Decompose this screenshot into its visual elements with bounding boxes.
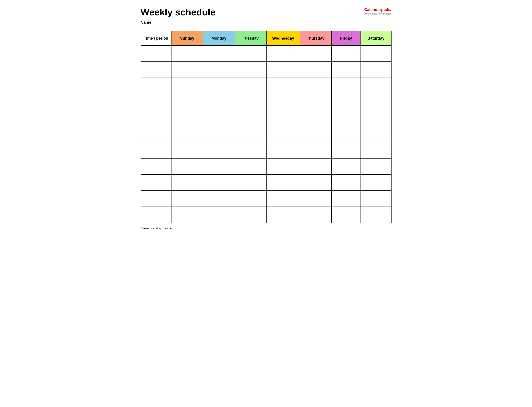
table-cell[interactable] <box>203 94 235 110</box>
table-cell[interactable] <box>235 207 267 223</box>
table-cell[interactable] <box>171 174 203 191</box>
table-cell[interactable] <box>361 110 391 126</box>
table-cell[interactable] <box>171 142 203 158</box>
table-cell[interactable] <box>300 110 331 126</box>
table-cell[interactable] <box>203 46 235 62</box>
table-cell[interactable] <box>203 207 235 223</box>
table-cell[interactable] <box>267 207 300 223</box>
table-cell[interactable] <box>331 78 361 94</box>
table-cell[interactable] <box>235 158 267 174</box>
table-cell[interactable] <box>361 174 391 191</box>
table-cell[interactable] <box>300 158 331 174</box>
table-cell[interactable] <box>141 110 171 126</box>
table-cell[interactable] <box>235 191 267 207</box>
table-cell[interactable] <box>331 158 361 174</box>
table-cell[interactable] <box>235 142 267 158</box>
table-cell[interactable] <box>141 191 171 207</box>
table-cell[interactable] <box>331 46 361 62</box>
table-cell[interactable] <box>203 78 235 94</box>
table-cell[interactable] <box>267 78 300 94</box>
table-cell[interactable] <box>361 142 391 158</box>
table-cell[interactable] <box>203 158 235 174</box>
table-cell[interactable] <box>141 174 171 191</box>
table-cell[interactable] <box>361 126 391 142</box>
table-cell[interactable] <box>267 110 300 126</box>
table-cell[interactable] <box>331 142 361 158</box>
table-cell[interactable] <box>171 110 203 126</box>
table-cell[interactable] <box>171 126 203 142</box>
table-cell[interactable] <box>331 110 361 126</box>
footer-section: © www.calendarpedia.com <box>141 227 391 230</box>
table-cell[interactable] <box>300 191 331 207</box>
table-cell[interactable] <box>267 62 300 78</box>
table-cell[interactable] <box>361 78 391 94</box>
table-cell[interactable] <box>361 191 391 207</box>
table-cell[interactable] <box>267 174 300 191</box>
table-cell[interactable] <box>267 46 300 62</box>
table-cell[interactable] <box>171 78 203 94</box>
table-cell[interactable] <box>267 191 300 207</box>
table-cell[interactable] <box>235 94 267 110</box>
table-cell[interactable] <box>141 62 171 78</box>
table-cell[interactable] <box>300 46 331 62</box>
table-cell[interactable] <box>235 78 267 94</box>
table-cell[interactable] <box>331 62 361 78</box>
table-row <box>141 207 391 223</box>
table-row <box>141 46 391 62</box>
table-cell[interactable] <box>141 46 171 62</box>
table-cell[interactable] <box>300 94 331 110</box>
table-cell[interactable] <box>203 191 235 207</box>
table-cell[interactable] <box>171 207 203 223</box>
table-cell[interactable] <box>235 46 267 62</box>
table-cell[interactable] <box>331 191 361 207</box>
table-cell[interactable] <box>361 207 391 223</box>
table-cell[interactable] <box>361 46 391 62</box>
table-cell[interactable] <box>171 94 203 110</box>
table-cell[interactable] <box>141 126 171 142</box>
table-cell[interactable] <box>203 110 235 126</box>
table-cell[interactable] <box>331 126 361 142</box>
table-cell[interactable] <box>331 174 361 191</box>
table-cell[interactable] <box>300 207 331 223</box>
brand-name: Calendarpedia <box>364 7 391 12</box>
table-row <box>141 78 391 94</box>
table-cell[interactable] <box>235 62 267 78</box>
table-cell[interactable] <box>361 62 391 78</box>
table-cell[interactable] <box>203 142 235 158</box>
title-area: Weekly schedule Name: <box>141 7 364 29</box>
table-cell[interactable] <box>203 62 235 78</box>
table-cell[interactable] <box>331 94 361 110</box>
table-cell[interactable] <box>235 174 267 191</box>
table-cell[interactable] <box>171 46 203 62</box>
header-tuesday: Tuesday <box>235 31 267 46</box>
table-cell[interactable] <box>171 158 203 174</box>
table-cell[interactable] <box>300 126 331 142</box>
table-cell[interactable] <box>141 142 171 158</box>
table-row <box>141 191 391 207</box>
table-cell[interactable] <box>267 142 300 158</box>
table-cell[interactable] <box>267 158 300 174</box>
table-cell[interactable] <box>361 158 391 174</box>
table-cell[interactable] <box>235 110 267 126</box>
table-cell[interactable] <box>300 142 331 158</box>
table-cell[interactable] <box>235 126 267 142</box>
table-cell[interactable] <box>171 62 203 78</box>
name-label: Name: <box>141 20 364 25</box>
table-cell[interactable] <box>141 158 171 174</box>
brand-name-part1: Calendar <box>364 7 381 12</box>
table-cell[interactable] <box>300 78 331 94</box>
table-cell[interactable] <box>300 174 331 191</box>
table-cell[interactable] <box>267 94 300 110</box>
table-cell[interactable] <box>141 94 171 110</box>
header-monday: Monday <box>203 31 235 46</box>
table-cell[interactable] <box>300 62 331 78</box>
table-cell[interactable] <box>267 126 300 142</box>
table-cell[interactable] <box>361 94 391 110</box>
table-cell[interactable] <box>203 126 235 142</box>
header-friday: Friday <box>331 31 361 46</box>
table-cell[interactable] <box>141 78 171 94</box>
table-cell[interactable] <box>171 191 203 207</box>
table-cell[interactable] <box>203 174 235 191</box>
table-cell[interactable] <box>141 207 171 223</box>
table-cell[interactable] <box>331 207 361 223</box>
